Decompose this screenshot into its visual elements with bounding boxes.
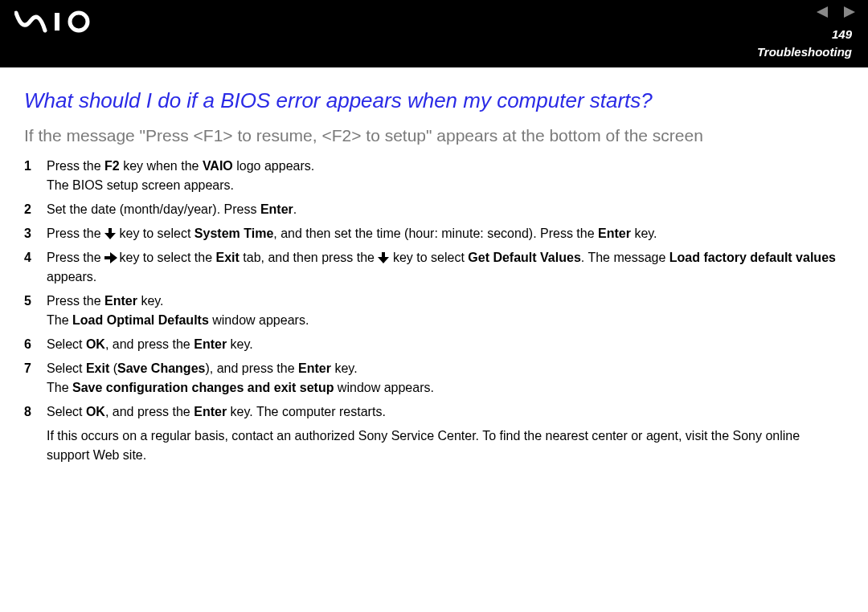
text: ), and press the bbox=[205, 361, 298, 375]
next-page-arrow-icon[interactable] bbox=[841, 6, 855, 21]
text: The BIOS setup screen appears. bbox=[47, 176, 844, 195]
step-body: Select OK, and press the Enter key. bbox=[47, 335, 844, 354]
svg-rect-0 bbox=[55, 13, 59, 31]
svg-marker-5 bbox=[104, 233, 116, 239]
text: window appears. bbox=[334, 381, 434, 394]
step-number: 7 bbox=[24, 359, 47, 378]
step-number: 8 bbox=[24, 402, 47, 422]
text: , and press the bbox=[105, 337, 194, 351]
step-body: Press the Enter key. The Load Optimal De… bbox=[47, 292, 844, 330]
text: The bbox=[47, 381, 72, 394]
text: Press the bbox=[47, 251, 104, 264]
text: key. bbox=[227, 337, 253, 351]
step-number: 4 bbox=[24, 248, 47, 267]
svg-point-1 bbox=[70, 13, 88, 31]
vaio-logo bbox=[14, 10, 104, 37]
text: tab, and then press the bbox=[240, 251, 379, 264]
text-exit: Exit bbox=[86, 361, 109, 375]
footnote-text: If this occurs on a regular basis, conta… bbox=[24, 426, 844, 465]
svg-rect-6 bbox=[104, 256, 111, 259]
step-number: 3 bbox=[24, 224, 47, 243]
arrow-down-icon bbox=[104, 226, 116, 237]
key-enter: Enter bbox=[598, 226, 631, 240]
step-6: 6 Select OK, and press the Enter key. bbox=[24, 335, 844, 354]
step-body: Select OK, and press the Enter key. The … bbox=[47, 402, 844, 422]
header-bar: 149 Troubleshooting bbox=[0, 0, 868, 67]
step-body: Select Exit (Save Changes), and press th… bbox=[47, 359, 844, 398]
step-number: 1 bbox=[24, 157, 47, 176]
step-4: 4 Press the key to select the Exit tab, … bbox=[24, 248, 844, 287]
arrow-down-icon bbox=[378, 250, 389, 261]
step-body: Press the key to select the Exit tab, an… bbox=[47, 248, 844, 287]
text-load-optimal-defaults: Load Optimal Defaults bbox=[72, 313, 209, 327]
text: Press the bbox=[47, 294, 104, 308]
step-body: Press the F2 key when the VAIO logo appe… bbox=[47, 157, 844, 195]
text-save-changes: Save Changes bbox=[117, 361, 205, 375]
text: . bbox=[293, 202, 297, 216]
step-5: 5 Press the Enter key. The Load Optimal … bbox=[24, 292, 844, 330]
text-ok: OK bbox=[86, 405, 105, 418]
step-2: 2 Set the date (month/day/year). Press E… bbox=[24, 200, 844, 219]
steps-list: 1 Press the F2 key when the VAIO logo ap… bbox=[24, 157, 844, 422]
text: key to select bbox=[389, 251, 468, 264]
svg-marker-3 bbox=[844, 6, 855, 18]
step-3: 3 Press the key to select System Time, a… bbox=[24, 224, 844, 243]
text-system-time: System Time bbox=[194, 226, 273, 240]
text-ok: OK bbox=[86, 337, 105, 351]
text: key when the bbox=[120, 159, 203, 173]
svg-marker-9 bbox=[378, 257, 389, 263]
text: , and press the bbox=[105, 405, 194, 418]
step-body: Press the key to select System Time, and… bbox=[47, 224, 844, 243]
text-exit: Exit bbox=[216, 251, 240, 264]
text: key to select the bbox=[116, 251, 216, 264]
key-enter: Enter bbox=[194, 405, 227, 418]
key-enter: Enter bbox=[298, 361, 331, 375]
arrow-right-icon bbox=[104, 250, 116, 261]
text: appears. bbox=[47, 270, 96, 284]
text: logo appears. bbox=[233, 159, 314, 173]
page-number: 149 bbox=[832, 27, 852, 41]
text: ( bbox=[109, 361, 117, 375]
section-label: Troubleshooting bbox=[757, 45, 852, 59]
text: Set the date (month/day/year). Press bbox=[47, 202, 260, 216]
step-1: 1 Press the F2 key when the VAIO logo ap… bbox=[24, 157, 844, 195]
text: Select bbox=[47, 361, 86, 375]
text: key. bbox=[331, 361, 358, 375]
text: Press the bbox=[47, 226, 104, 240]
step-number: 2 bbox=[24, 200, 47, 219]
text: Select bbox=[47, 337, 86, 351]
text: , and then set the time (hour: minute: s… bbox=[273, 226, 598, 240]
text: key. bbox=[631, 226, 657, 240]
step-number: 5 bbox=[24, 292, 47, 311]
step-7: 7 Select Exit (Save Changes), and press … bbox=[24, 359, 844, 398]
content-area: What should I do if a BIOS error appears… bbox=[0, 67, 868, 465]
text-vaio: VAIO bbox=[203, 159, 233, 173]
step-number: 6 bbox=[24, 335, 47, 354]
text: key to select bbox=[116, 226, 194, 240]
text-get-default-values: Get Default Values bbox=[468, 251, 581, 264]
text: The bbox=[47, 313, 72, 327]
svg-rect-8 bbox=[382, 252, 385, 258]
nav-arrows bbox=[817, 6, 855, 21]
page-heading: What should I do if a BIOS error appears… bbox=[24, 88, 844, 113]
text: . The message bbox=[581, 251, 669, 264]
text: key. bbox=[137, 294, 164, 308]
text: key. The computer restarts. bbox=[227, 405, 386, 418]
svg-marker-2 bbox=[817, 6, 828, 18]
svg-rect-4 bbox=[108, 228, 112, 234]
page-subheading: If the message "Press <F1> to resume, <F… bbox=[24, 126, 844, 145]
text-save-config: Save configuration changes and exit setu… bbox=[72, 381, 334, 394]
step-8: 8 Select OK, and press the Enter key. Th… bbox=[24, 402, 844, 422]
key-enter: Enter bbox=[260, 202, 293, 216]
text: Press the bbox=[47, 159, 104, 173]
step-body: Set the date (month/day/year). Press Ent… bbox=[47, 200, 844, 219]
prev-page-arrow-icon[interactable] bbox=[817, 6, 831, 21]
text: Select bbox=[47, 405, 86, 418]
text: window appears. bbox=[209, 313, 309, 327]
key-enter: Enter bbox=[104, 294, 137, 308]
key-enter: Enter bbox=[194, 337, 227, 351]
key-f2: F2 bbox=[104, 159, 120, 173]
text-load-factory: Load factory default values bbox=[669, 251, 836, 264]
